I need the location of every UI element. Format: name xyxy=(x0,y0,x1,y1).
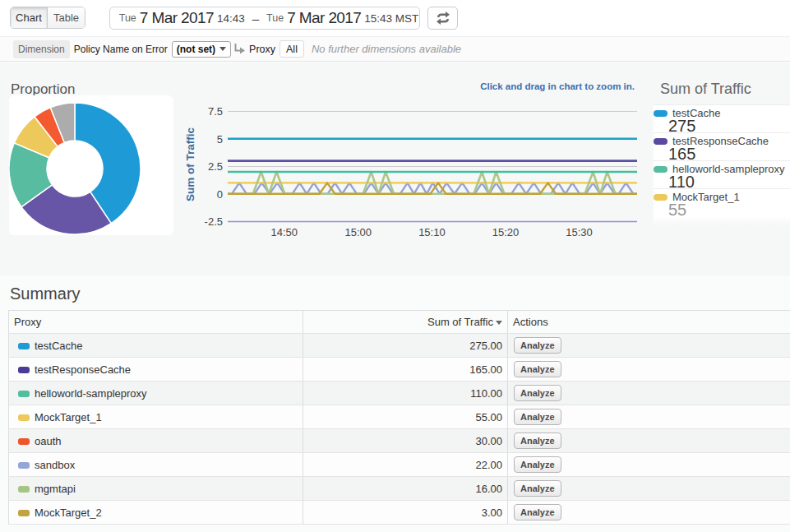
svg-text:15:10: 15:10 xyxy=(418,226,446,238)
svg-text:15:00: 15:00 xyxy=(345,226,372,238)
svg-text:Sum of Traffic: Sum of Traffic xyxy=(185,127,196,202)
svg-text:14:50: 14:50 xyxy=(270,226,298,238)
svg-text:5: 5 xyxy=(217,133,223,146)
svg-text:0: 0 xyxy=(217,188,223,201)
svg-text:-2.5: -2.5 xyxy=(205,215,223,228)
svg-text:7.5: 7.5 xyxy=(208,105,223,118)
svg-text:15:30: 15:30 xyxy=(566,226,593,238)
svg-text:15:20: 15:20 xyxy=(492,226,520,238)
svg-text:2.5: 2.5 xyxy=(208,160,223,173)
